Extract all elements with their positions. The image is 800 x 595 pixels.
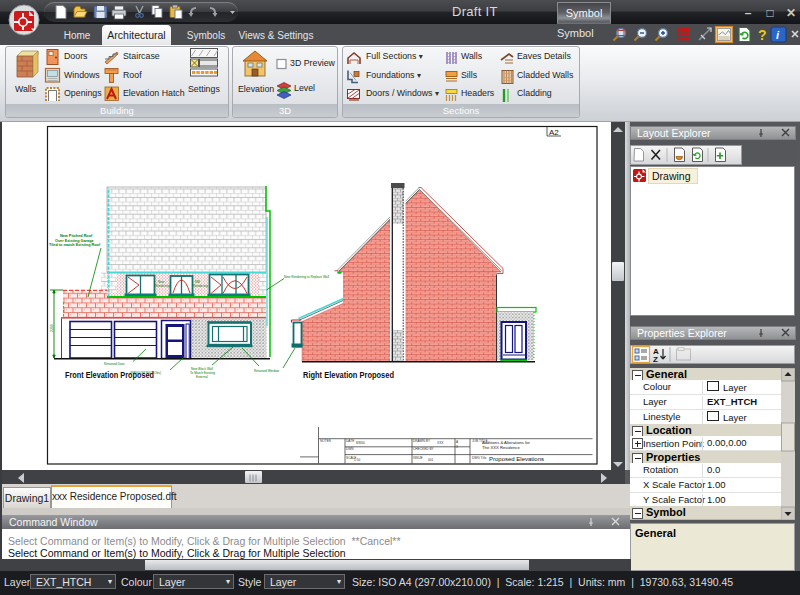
svg-text:Z: Z (653, 355, 658, 364)
svg-text:?: ? (758, 27, 767, 43)
